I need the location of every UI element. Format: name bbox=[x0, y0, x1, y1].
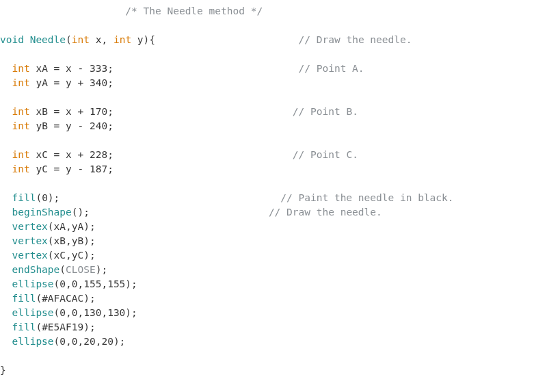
keyword-void: void bbox=[0, 34, 24, 45]
vertex3-args: (xC,yC); bbox=[48, 250, 96, 261]
var-yB: yB bbox=[36, 120, 47, 131]
call-ellipse: ellipse bbox=[12, 307, 53, 318]
function-name-needle: Needle bbox=[30, 34, 66, 45]
var-xC: xC bbox=[36, 149, 47, 160]
type-int: int bbox=[12, 63, 29, 74]
val-xB: 170 bbox=[90, 106, 107, 117]
comment-point-b: // Point B. bbox=[293, 106, 358, 117]
call-vertex: vertex bbox=[12, 221, 47, 232]
call-ellipse: ellipse bbox=[12, 336, 53, 347]
val-yB: 240 bbox=[90, 120, 107, 131]
comment-draw-needle: // Draw the needle. bbox=[299, 34, 412, 45]
expr-xB: = x + bbox=[48, 106, 90, 117]
call-endShape: endShape bbox=[12, 264, 59, 275]
val-xA: 333 bbox=[90, 63, 107, 74]
call-beginShape: beginShape bbox=[12, 207, 71, 218]
type-int: int bbox=[12, 164, 29, 174]
call-vertex: vertex bbox=[12, 235, 47, 246]
comment-paint-black: // Paint the needle in black. bbox=[280, 192, 453, 203]
comment-draw-needle-2: // Draw the needle. bbox=[269, 207, 382, 218]
type-int: int bbox=[114, 34, 131, 45]
expr-yC: = y - bbox=[48, 164, 90, 174]
vertex1-args: (xA,yA); bbox=[48, 221, 96, 232]
val-yA: 340 bbox=[90, 77, 107, 88]
type-int: int bbox=[12, 106, 29, 117]
closing-brace: } bbox=[0, 365, 6, 376]
var-yC: yC bbox=[36, 164, 47, 174]
var-yA: yA bbox=[36, 77, 47, 88]
call-vertex: vertex bbox=[12, 250, 47, 261]
vertex2-args: (xB,yB); bbox=[48, 235, 96, 246]
comment-point-c: // Point C. bbox=[293, 149, 358, 160]
call-fill: fill bbox=[12, 322, 36, 332]
var-xB: xB bbox=[36, 106, 47, 117]
call-fill: fill bbox=[12, 293, 36, 304]
val-xC: 228 bbox=[90, 149, 107, 160]
fill-arg-0: 0 bbox=[42, 192, 48, 203]
ellipse3-args: (0,0,20,20); bbox=[54, 336, 126, 347]
param-y: y bbox=[137, 34, 144, 45]
const-close: CLOSE bbox=[66, 264, 96, 275]
code-block: /* The Needle method */ void Needle(int … bbox=[0, 0, 547, 378]
fill-hex-2: #E5AF19 bbox=[42, 322, 83, 332]
expr-xC: = x + bbox=[48, 149, 90, 160]
comment-header: /* The Needle method */ bbox=[125, 5, 263, 16]
expr-xA: = x - bbox=[48, 63, 90, 74]
expr-yB: = y - bbox=[48, 120, 90, 131]
expr-yA: = y + bbox=[48, 77, 90, 88]
comment-point-a: // Point A. bbox=[299, 63, 364, 74]
call-fill: fill bbox=[12, 192, 36, 203]
type-int: int bbox=[12, 77, 29, 88]
var-xA: xA bbox=[36, 63, 47, 74]
call-ellipse: ellipse bbox=[12, 278, 53, 289]
type-int: int bbox=[72, 34, 90, 45]
ellipse2-args: (0,0,130,130); bbox=[54, 307, 137, 318]
fill-hex-1: #AFACAC bbox=[42, 293, 83, 304]
type-int: int bbox=[12, 120, 29, 131]
type-int: int bbox=[12, 149, 29, 160]
ellipse1-args: (0,0,155,155); bbox=[54, 278, 137, 289]
val-yC: 187 bbox=[90, 164, 107, 174]
